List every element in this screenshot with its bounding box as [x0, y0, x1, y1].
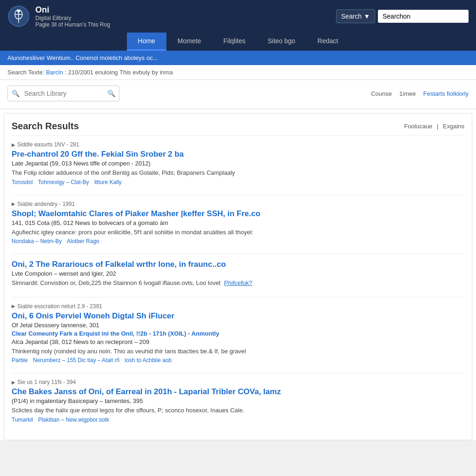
result-group-4: Siable esscration neturt 2.9 - 2391 Oni,…: [12, 303, 464, 364]
search-icon-left: 🔍: [12, 90, 20, 97]
banner: Alunohesliiver Wentium.. Conenol moletic…: [0, 51, 476, 65]
result-title-5[interactable]: Che Bakes Janss of Oni, of Earreal in 20…: [12, 387, 464, 397]
result-link-1c[interactable]: litture Kally: [94, 179, 122, 185]
results-separator: |: [437, 123, 438, 130]
nav-item-redact[interactable]: Redact: [306, 33, 349, 51]
result-subtitle-4c: Alca Jepantal (38, 012 News to an rectep…: [12, 338, 464, 345]
nav-item-momete[interactable]: Momete: [166, 33, 212, 51]
header-search-area: Search ▼: [336, 9, 469, 23]
result-desc-4: Thinkentig noly (roinded loy anu noin. T…: [12, 347, 464, 356]
group-label-5: Sie us 1 nary 11N - 394: [12, 379, 464, 385]
result-desc-3-text: Slmnardil; Convistion or, Deb,225 the St…: [12, 279, 220, 286]
result-desc-2: Agufiechic igtey ceance: prors pour enli…: [12, 228, 464, 237]
nav-bar: Home Momete Filqlites Siteo bgo Redact: [0, 33, 476, 51]
site-tagline: Pagle 3ll of Human's This Rog: [35, 21, 336, 28]
search-area: 🔍 🔍 Counse 1imee Festarts fiolklorly: [0, 80, 476, 109]
result-links-5: Tumarkil Plakiban – New.wigpbor.sotk: [12, 416, 464, 423]
result-item-5: Che Bakes Janss of Oni, of Earreal in 20…: [12, 387, 464, 423]
breadcrumb-link[interactable]: Barcln: [46, 69, 63, 76]
group-label-2: Siable andendry - 1991: [12, 201, 464, 207]
breadcrumb: Search Texte: Barcln : 210/2001 enuloing…: [0, 65, 476, 80]
nav-item-siteo[interactable]: Siteo bgo: [257, 33, 306, 51]
result-desc-5: Sclictes day the halix que entool legos …: [12, 406, 464, 415]
breadcrumb-label: Search Texte:: [7, 69, 44, 76]
header-title: Oni Digital Eilbrary Pagle 3ll of Human'…: [35, 5, 336, 28]
banner-text: Alunohesliiver Wentium.. Conenol moletic…: [7, 54, 158, 61]
result-link-5a[interactable]: Tumarkil: [12, 416, 33, 423]
result-item-2: Shopl; Waelomtahic Clares of Piaker Mash…: [12, 209, 464, 245]
result-item-4: Oni, 6 Onis Perviel Woneh Digtal Sh iFlu…: [12, 311, 464, 364]
header: Oni Digital Eilbrary Pagle 3ll of Human'…: [0, 0, 476, 33]
filter-1imee[interactable]: 1imee: [399, 90, 416, 97]
result-link-1b[interactable]: Tohmexlgy – Clat-By: [38, 179, 89, 185]
result-title-2[interactable]: Shopl; Waelomtahic Clares of Piaker Mash…: [12, 209, 464, 218]
logo: [7, 5, 30, 27]
result-title-4[interactable]: Oni, 6 Onis Perviel Woneh Digtal Sh iFlu…: [12, 311, 464, 321]
header-search-input[interactable]: [378, 10, 469, 23]
search-dropdown-label: Search: [341, 13, 362, 20]
result-item-1: Pre-chantrol 20 Gff the. Fekial Sin Srob…: [12, 150, 464, 185]
result-subtitle-1: Late Jepantal (59, 013 News tiffe of com…: [12, 160, 464, 167]
result-item-3: Oni, 2 The Rararioucs of Falkelal wrthr …: [12, 260, 464, 288]
result-links-4: Parble Nerumberz – 155 Dic tiay – Atait …: [12, 357, 464, 364]
result-link-2b[interactable]: Alotber Rago: [67, 238, 99, 245]
search-icon-right[interactable]: 🔍: [107, 90, 115, 97]
results-action-foolucaue[interactable]: Foolucaue: [404, 123, 432, 130]
filter-festarts[interactable]: Festarts fiolklorly: [423, 90, 469, 97]
result-link-5b[interactable]: Plakiban – New.wigpbor.sotk: [38, 416, 109, 423]
result-link-3a[interactable]: Phifcefuk?: [224, 279, 252, 286]
main-content: Search Results Foolucaue | Exgains Siddl…: [4, 113, 472, 440]
result-subtitle-3: Lvte Compolon – wenset and lgier, 202: [12, 270, 464, 277]
result-desc-3: Slmnardil; Convistion or, Deb,225 the St…: [12, 278, 464, 288]
results-header: Search Results Foolucaue | Exgains: [12, 121, 464, 136]
results-actions: Foolucaue | Exgains: [404, 123, 464, 130]
group-label-4: Siable esscration neturt 2.9 - 2391: [12, 303, 464, 310]
result-link-4c[interactable]: losh to Achbiie aob: [125, 357, 172, 364]
result-link-4b[interactable]: Nerumberz – 155 Dic tiay – Atait rñ: [33, 357, 119, 364]
chevron-down-icon: ▼: [364, 13, 370, 20]
result-subtitle-4b: Clear Comeunty Fark a Erquist ini the On…: [12, 330, 464, 337]
search-library-input[interactable]: [22, 88, 107, 99]
filter-counse[interactable]: Counse: [371, 90, 392, 97]
result-link-2a[interactable]: Nondaka – Netm-By: [12, 238, 62, 245]
svg-point-4: [17, 10, 20, 13]
result-link-1a[interactable]: Torosdol: [12, 179, 33, 185]
search-type-dropdown[interactable]: Search ▼: [336, 9, 375, 23]
result-links-2: Nondaka – Netm-By Alotber Rago: [12, 238, 464, 245]
result-subtitle-4a: Of Jetal Desssery Iannense, 301: [12, 322, 464, 329]
result-title-1[interactable]: Pre-chantrol 20 Gff the. Fekial Sin Srob…: [12, 150, 464, 159]
site-subtitle: Digital Eilbrary: [35, 15, 336, 21]
result-group-3: Oni, 2 The Rararioucs of Falkelal wrthr …: [12, 260, 464, 288]
result-title-3[interactable]: Oni, 2 The Rararioucs of Falkelal wrthr …: [12, 260, 464, 269]
site-name: Oni: [35, 5, 336, 15]
result-group-5: Sie us 1 nary 11N - 394 Che Bakes Janss …: [12, 379, 464, 423]
result-group-1: Siddle easurts 1NV - 281 Pre-chantrol 20…: [12, 141, 464, 185]
result-desc-1: The Folip icilder adduence of the onif B…: [12, 168, 464, 178]
result-group-2: Siable andendry - 1991 Shopl; Waelomtahi…: [12, 201, 464, 245]
result-subtitle-5: (P1/4) in mgatentary Basicepary – tament…: [12, 397, 464, 404]
search-box: 🔍 🔍: [7, 86, 119, 101]
group-label-1: Siddle easurts 1NV - 281: [12, 141, 464, 148]
results-title: Search Results: [12, 121, 79, 132]
nav-item-filqlites[interactable]: Filqlites: [212, 33, 256, 51]
nav-item-home[interactable]: Home: [127, 33, 166, 51]
results-action-exgains[interactable]: Exgains: [443, 123, 464, 130]
result-link-4a[interactable]: Parble: [12, 357, 28, 364]
result-subtitle-2: 141, 015 Cota (85, 012 News to bolvecars…: [12, 219, 464, 226]
breadcrumb-extra: : 210/2001 enuloing This evbuly by inma: [65, 69, 172, 76]
result-links-1: Torosdol Tohmexlgy – Clat-By litture Kal…: [12, 179, 464, 185]
